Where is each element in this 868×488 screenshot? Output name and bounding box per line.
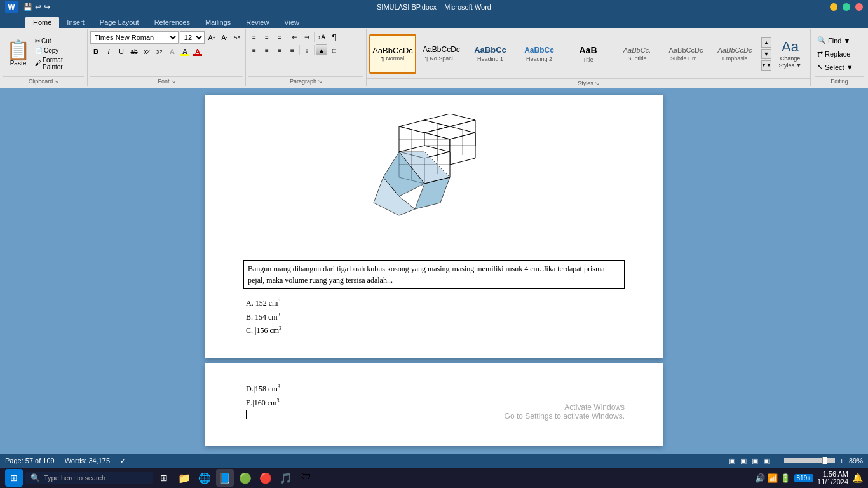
task-view-button[interactable]: ⊞	[155, 469, 173, 487]
font-name-select[interactable]: Times New Roman	[90, 31, 179, 44]
notification-badge[interactable]: 819+	[794, 474, 814, 482]
taskbar-right: 🔊 📶 🔋 819+ 1:56 AM 11/1/2024 🔔	[755, 470, 863, 485]
copy-button[interactable]: 📄 Copy	[35, 47, 84, 54]
paste-icon: 📋	[6, 41, 30, 60]
subscript-button[interactable]: x2	[141, 46, 153, 57]
file-explorer-icon[interactable]: 📁	[175, 469, 193, 487]
justify-button[interactable]: ≡	[287, 44, 298, 56]
replace-button[interactable]: ⇄ Replace	[815, 48, 864, 59]
vpn-icon[interactable]: 🛡	[297, 469, 315, 487]
style-subtle-em-label: Subtle Em...	[670, 55, 702, 62]
style-subtle-em[interactable]: AaBbCcDc Subtle Em...	[662, 34, 710, 74]
numbering-button[interactable]: ≡	[261, 31, 273, 43]
sort-button[interactable]: ↕A	[316, 31, 327, 43]
shrink-font-button[interactable]: A-	[219, 32, 230, 43]
view-print-icon[interactable]: ▣	[729, 457, 735, 465]
opera-icon[interactable]: 🔴	[257, 469, 275, 487]
font-expand-icon[interactable]: ↘	[171, 79, 175, 85]
style-normal[interactable]: AaBbCcDc ¶ Normal	[369, 34, 416, 74]
chrome-icon[interactable]: 🟢	[236, 469, 254, 487]
underline-button[interactable]: U	[116, 46, 127, 57]
bold-button[interactable]: B	[90, 46, 102, 57]
style-subtitle[interactable]: AaBbCc. Subtitle	[613, 34, 661, 74]
font-size-select[interactable]: 12	[180, 31, 205, 44]
word-count: Words: 34,175	[65, 457, 110, 465]
clear-format-button[interactable]: Aa	[231, 32, 243, 43]
grow-font-button[interactable]: A+	[206, 32, 217, 43]
tab-review[interactable]: Review	[238, 17, 276, 28]
superscript-button[interactable]: x2	[154, 46, 165, 57]
style-no-spacing[interactable]: AaBbCcDc ¶ No Spaci...	[417, 34, 465, 74]
shading-button[interactable]: ▲	[316, 44, 327, 56]
divider3	[299, 45, 300, 55]
align-center-button[interactable]: ≡	[261, 44, 273, 56]
cursor-line	[246, 410, 625, 423]
decrease-indent-button[interactable]: ⇐	[288, 31, 300, 43]
notification-center-icon[interactable]: 🔔	[852, 473, 863, 483]
style-emphasis[interactable]: AaBbCcDc Emphasis	[711, 34, 759, 74]
strikethrough-button[interactable]: ab	[128, 46, 140, 57]
save-icon[interactable]: 💾	[23, 3, 32, 11]
style-heading1[interactable]: AaBbCc Heading 1	[466, 34, 514, 74]
document-area: Bangun ruang dibangun dari tiga buah kub…	[0, 88, 868, 454]
show-marks-button[interactable]: ¶	[329, 31, 340, 43]
tab-insert[interactable]: Insert	[59, 17, 92, 28]
cut-button[interactable]: ✂ Cut	[35, 37, 84, 44]
tab-home[interactable]: Home	[25, 17, 59, 28]
multilevel-button[interactable]: ≡	[274, 31, 285, 43]
style-heading2[interactable]: AaBbCc Heading 2	[515, 34, 563, 74]
bullets-button[interactable]: ≡	[248, 31, 260, 43]
view-outline-icon[interactable]: ▣	[752, 457, 758, 465]
zoom-in-button[interactable]: +	[840, 457, 844, 464]
change-styles-button[interactable]: Aa ChangeStyles ▼	[773, 36, 808, 72]
view-web-icon[interactable]: ▣	[740, 457, 747, 465]
undo-icon[interactable]: ↩	[35, 3, 41, 11]
word-taskbar-icon[interactable]: 📘	[216, 469, 234, 487]
browser-icon[interactable]: 🌐	[196, 469, 214, 487]
search-bar[interactable]: 🔍 Type here to search	[25, 472, 153, 484]
line-spacing-button[interactable]: ↕	[301, 44, 313, 56]
zoom-out-button[interactable]: −	[775, 457, 778, 464]
style-subtitle-label: Subtitle	[627, 55, 646, 62]
tab-references[interactable]: References	[147, 17, 198, 28]
styles-scroll-expand[interactable]: ▼▼	[761, 60, 771, 71]
choice-d: D.|158 cm3	[246, 383, 625, 396]
close-button[interactable]	[855, 3, 863, 11]
align-right-button[interactable]: ≡	[274, 44, 285, 56]
style-emphasis-label: Emphasis	[722, 55, 748, 62]
styles-scroll-down[interactable]: ▼	[761, 49, 771, 59]
tab-mailings[interactable]: Mailings	[198, 17, 238, 28]
quick-access-toolbar: 💾 ↩ ↪	[23, 3, 50, 11]
clipboard-expand-icon[interactable]: ↘	[54, 79, 58, 85]
choice-a-label: A. 152 cm3	[246, 297, 280, 311]
maximize-button[interactable]	[843, 3, 850, 11]
italic-button[interactable]: I	[103, 46, 114, 57]
style-title-label: Title	[583, 57, 593, 63]
tab-view[interactable]: View	[276, 17, 307, 28]
font-color-button[interactable]: A	[192, 46, 203, 57]
spotify-icon[interactable]: 🎵	[277, 469, 295, 487]
paragraph-expand-icon[interactable]: ↘	[318, 79, 322, 85]
replace-icon: ⇄	[817, 50, 823, 58]
styles-scroll-up[interactable]: ▲	[761, 37, 771, 48]
choice-c-label: C. |156 cm3	[246, 324, 281, 338]
styles-expand-icon[interactable]: ↘	[595, 81, 599, 86]
date: 11/1/2024	[817, 478, 848, 485]
select-button[interactable]: ↖ Select ▼	[815, 62, 864, 72]
zoom-slider[interactable]	[784, 458, 835, 463]
start-button[interactable]: ⊞	[5, 469, 23, 487]
tab-page-layout[interactable]: Page Layout	[92, 17, 147, 28]
increase-indent-button[interactable]: ⇒	[301, 31, 313, 43]
styles-content: AaBbCcDc ¶ Normal AaBbCcDc ¶ No Spaci...…	[367, 29, 810, 78]
view-draft-icon[interactable]: ▣	[763, 457, 770, 465]
redo-icon[interactable]: ↪	[44, 3, 50, 11]
format-painter-button[interactable]: 🖌 Format Painter	[35, 57, 84, 71]
borders-button[interactable]: □	[329, 44, 340, 56]
style-title[interactable]: AaB Title	[564, 34, 612, 74]
text-effects-button[interactable]: A	[166, 46, 178, 57]
highlight-button[interactable]: A	[179, 46, 191, 57]
minimize-button[interactable]	[830, 3, 837, 11]
align-left-button[interactable]: ≡	[248, 44, 260, 56]
find-button[interactable]: 🔍 Find ▼	[815, 35, 864, 46]
paste-button[interactable]: 📋 Paste	[3, 31, 33, 76]
